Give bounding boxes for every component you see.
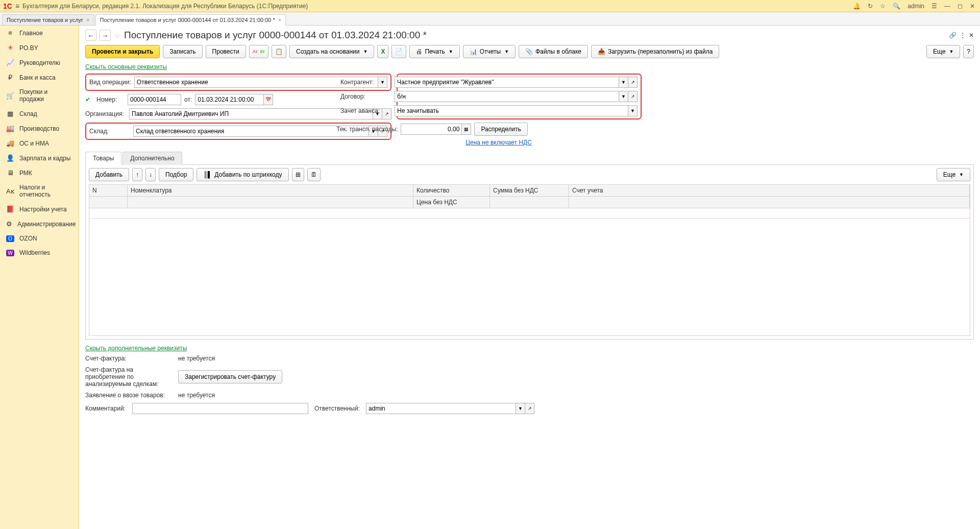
col-nomenclature[interactable]: Номенклатура <box>128 185 413 196</box>
restore-icon[interactable]: ◻ <box>955 3 965 10</box>
post-close-button[interactable]: Провести и закрыть <box>85 45 160 58</box>
tab-goods[interactable]: Товары <box>85 152 121 165</box>
dropdown-icon[interactable]: ▼ <box>619 77 628 88</box>
more-vertical-icon[interactable]: ⋮ <box>960 32 966 39</box>
comment-label: Комментарий: <box>85 405 126 412</box>
sidebar-item-hr[interactable]: 👤Зарплата и кадры <box>0 151 79 165</box>
warehouse-input[interactable] <box>133 126 369 137</box>
app-title: Бухгалтерия для Беларуси, редакция 2.1. … <box>22 3 308 10</box>
load-file-button[interactable]: 📥Загрузить (перезаполнить) из файла <box>591 45 719 58</box>
responsible-input[interactable] <box>366 403 516 414</box>
barcode-button[interactable]: ║▌Добавить по штрихкоду <box>197 168 288 181</box>
number-input[interactable] <box>128 94 181 105</box>
minimize-icon[interactable]: — <box>942 3 952 10</box>
dropdown-icon[interactable]: ▼ <box>516 403 525 414</box>
col-price[interactable]: Цена без НДС <box>413 197 490 208</box>
col-sum[interactable]: Сумма без НДС <box>490 185 569 196</box>
grid-btn2[interactable]: 🗓 <box>307 168 321 181</box>
col-n[interactable]: N <box>89 185 128 196</box>
excel-button[interactable]: X <box>377 45 388 58</box>
bell-icon[interactable]: 🔔 <box>851 3 863 10</box>
invoice2-label: Счет-фактура на приобретение по анализир… <box>85 366 172 388</box>
close-icon[interactable]: ✕ <box>968 3 977 10</box>
sidebar-item-production[interactable]: 🏭Производство <box>0 121 79 136</box>
tab-list[interactable]: Поступление товаров и услуг × <box>2 14 94 25</box>
favorite-icon[interactable]: ☆ <box>114 31 121 40</box>
sidebar-item-label: Главное <box>19 30 43 37</box>
transport-input[interactable] <box>401 124 462 135</box>
col-quantity[interactable]: Количество <box>413 185 490 196</box>
search-icon[interactable]: 🔍 <box>891 3 902 10</box>
debit-credit-button[interactable]: АтКт <box>249 45 268 58</box>
sidebar-item-main[interactable]: ≡Главное <box>0 26 79 40</box>
tax-icon: Аᴋ <box>6 187 14 195</box>
col-account[interactable]: Счет учета <box>569 185 970 196</box>
write-button[interactable]: Записать <box>163 45 202 58</box>
tab-document[interactable]: Поступление товаров и услуг 0000-000144 … <box>95 14 286 26</box>
org-input[interactable] <box>129 108 373 119</box>
pos-icon: 🖥 <box>6 169 14 177</box>
move-down-button[interactable]: ↓ <box>145 168 156 181</box>
grid-body[interactable] <box>89 208 970 336</box>
tab-additional[interactable]: Дополнительно <box>122 152 182 165</box>
history-icon[interactable]: ↻ <box>866 3 875 10</box>
register-invoice-button[interactable]: Зарегистрировать счет-фактуру <box>178 370 282 383</box>
sidebar-item-ozon[interactable]: OOZON <box>0 231 79 246</box>
post-button[interactable]: Провести <box>206 45 246 58</box>
settings-icon[interactable]: ☰ <box>929 3 939 10</box>
sidebar-item-settings[interactable]: 📕Настройки учета <box>0 202 79 217</box>
structure-button[interactable]: 📋 <box>272 45 286 58</box>
link-icon[interactable]: 🔗 <box>949 32 957 39</box>
hide-main-link[interactable]: Скрыть основные реквизиты <box>85 63 167 70</box>
move-up-button[interactable]: ↑ <box>132 168 142 181</box>
pick-button[interactable]: Подбор <box>159 168 193 181</box>
user-label[interactable]: admin <box>905 3 926 10</box>
sidebar-item-bank[interactable]: ₽Банк и касса <box>0 70 79 85</box>
sidebar-item-sales[interactable]: 🛒Покупки и продажи <box>0 85 79 106</box>
sidebar-item-manager[interactable]: 📈Руководителю <box>0 55 79 70</box>
open-icon[interactable]: ↗ <box>628 77 638 88</box>
back-button[interactable]: ← <box>85 30 96 41</box>
date-input[interactable] <box>195 94 264 105</box>
files-cloud-button[interactable]: 📎Файлы в облаке <box>519 45 588 58</box>
sidebar-item-poby[interactable]: ✳PO.BY <box>0 40 79 55</box>
open-icon[interactable]: ↗ <box>628 91 638 102</box>
hamburger-icon[interactable]: ≡ <box>15 2 19 10</box>
create-based-button[interactable]: Создать на основании▼ <box>289 45 374 58</box>
sidebar-item-wb[interactable]: WWildberries <box>0 246 79 260</box>
table-row[interactable] <box>89 208 970 219</box>
open-icon[interactable]: ↗ <box>525 403 534 414</box>
reports-button[interactable]: 📊Отчеты▼ <box>463 45 516 58</box>
print-button[interactable]: 🖨Печать▼ <box>409 45 459 58</box>
sidebar-item-admin[interactable]: ⚙Администрирование <box>0 217 79 231</box>
star-icon[interactable]: ☆ <box>878 3 888 10</box>
add-row-button[interactable]: Добавить <box>89 168 129 181</box>
calendar-icon[interactable]: 📅 <box>264 94 273 105</box>
xml-button[interactable]: 📄 <box>391 45 406 58</box>
sidebar-item-label: Склад <box>19 110 37 117</box>
sidebar-item-tax[interactable]: АᴋНалоги и отчетность <box>0 180 79 202</box>
dropdown-icon[interactable]: ▼ <box>619 91 628 102</box>
sidebar-item-rmk[interactable]: 🖥РМК <box>0 165 79 180</box>
tab-close-icon[interactable]: × <box>86 17 89 23</box>
grid-btn1[interactable]: ⊞ <box>292 168 304 181</box>
dropdown-icon[interactable]: ▼ <box>628 105 638 116</box>
sidebar-item-assets[interactable]: 🚚ОС и НМА <box>0 136 79 151</box>
help-button[interactable]: ? <box>963 45 974 58</box>
close-page-icon[interactable]: ✕ <box>969 32 974 39</box>
advance-input[interactable] <box>395 105 628 116</box>
tab-close-icon[interactable]: × <box>278 17 281 23</box>
grid-more-button[interactable]: Еще▼ <box>937 168 970 181</box>
counterparty-input[interactable] <box>395 77 619 88</box>
comment-input[interactable] <box>132 403 308 414</box>
distribute-button[interactable]: Распределить <box>474 123 528 136</box>
truck-icon: 🚚 <box>6 139 14 147</box>
sidebar-item-warehouse[interactable]: ▦Склад <box>0 106 79 121</box>
contract-input[interactable] <box>395 91 619 102</box>
hide-extra-link[interactable]: Скрыть дополнительные реквизиты <box>85 345 187 352</box>
import-icon: 📥 <box>598 48 605 55</box>
vat-note-link[interactable]: Цена не включает НДС <box>465 139 532 146</box>
forward-button[interactable]: → <box>100 30 111 41</box>
more-button[interactable]: Еще▼ <box>926 45 960 58</box>
calc-icon[interactable]: ▦ <box>462 124 471 135</box>
